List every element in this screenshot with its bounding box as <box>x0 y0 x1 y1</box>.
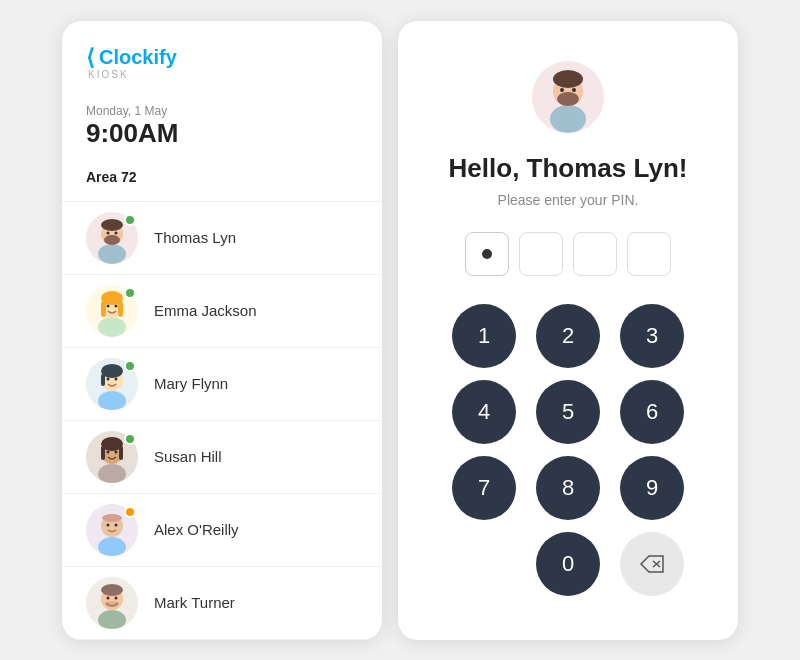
numpad-spacer <box>448 532 512 596</box>
avatar-wrap <box>86 577 138 629</box>
svg-rect-12 <box>118 301 123 317</box>
svg-point-6 <box>115 231 118 234</box>
logo-kiosk: KIOSK <box>88 69 129 80</box>
backspace-icon <box>640 555 664 573</box>
pin-box-3 <box>573 232 617 276</box>
numpad-2[interactable]: 2 <box>536 304 600 368</box>
svg-point-3 <box>104 235 120 245</box>
avatar-wrap <box>86 212 138 264</box>
user-name: Alex O'Reilly <box>154 521 239 538</box>
hello-title: Hello, Thomas Lyn! <box>449 153 688 184</box>
logo-icon: ⟨ <box>86 45 95 71</box>
svg-point-21 <box>115 377 118 380</box>
pin-entry-panel: Hello, Thomas Lyn! Please enter your PIN… <box>398 21 738 640</box>
user-item[interactable]: Mary Flynn <box>62 348 382 421</box>
svg-rect-19 <box>101 374 105 386</box>
svg-point-40 <box>107 596 110 599</box>
selected-avatar-svg <box>532 61 604 133</box>
numpad-5[interactable]: 5 <box>536 380 600 444</box>
avatar-wrap <box>86 504 138 556</box>
time-label: 9:00AM <box>86 118 178 148</box>
svg-point-8 <box>98 317 126 337</box>
avatar-wrap <box>86 431 138 483</box>
svg-point-14 <box>115 304 118 307</box>
user-list: Thomas Lyn <box>62 202 382 640</box>
status-dot <box>124 506 136 518</box>
pin-dot <box>482 249 492 259</box>
avatar <box>86 577 138 629</box>
svg-point-20 <box>107 377 110 380</box>
user-name: Mark Turner <box>154 594 235 611</box>
status-dot <box>124 433 136 445</box>
area-label: Area 72 <box>62 161 382 201</box>
svg-point-47 <box>553 70 583 88</box>
user-name: Emma Jackson <box>154 302 257 319</box>
svg-point-13 <box>107 304 110 307</box>
user-item[interactable]: Mark Turner <box>62 567 382 640</box>
numpad-6[interactable]: 6 <box>620 380 684 444</box>
user-name: Mary Flynn <box>154 375 228 392</box>
svg-point-35 <box>115 523 118 526</box>
status-dot <box>124 287 136 299</box>
numpad-0[interactable]: 0 <box>536 532 600 596</box>
status-dot <box>124 360 136 372</box>
avatar-wrap <box>86 358 138 410</box>
svg-point-33 <box>102 514 122 522</box>
pin-box-1 <box>465 232 509 276</box>
svg-point-48 <box>560 88 564 92</box>
user-name: Susan Hill <box>154 448 222 465</box>
svg-point-29 <box>115 450 118 453</box>
status-dot <box>124 214 136 226</box>
selected-user-avatar <box>532 61 604 133</box>
avatar-wrap <box>86 285 138 337</box>
svg-point-39 <box>101 584 123 596</box>
svg-rect-27 <box>119 446 123 460</box>
logo-area: ⟨ Clockify KIOSK <box>62 21 382 92</box>
svg-rect-11 <box>101 301 106 317</box>
pin-box-2 <box>519 232 563 276</box>
svg-point-4 <box>101 219 123 231</box>
svg-point-28 <box>107 450 110 453</box>
numpad-9[interactable]: 9 <box>620 456 684 520</box>
svg-point-34 <box>107 523 110 526</box>
svg-point-49 <box>572 88 576 92</box>
user-name: Thomas Lyn <box>154 229 236 246</box>
numpad-3[interactable]: 3 <box>620 304 684 368</box>
svg-point-1 <box>98 244 126 264</box>
user-item[interactable]: Emma Jackson <box>62 275 382 348</box>
numpad-8[interactable]: 8 <box>536 456 600 520</box>
svg-point-41 <box>115 596 118 599</box>
svg-point-42 <box>106 601 118 607</box>
avatar-svg <box>86 577 138 629</box>
pin-box-4 <box>627 232 671 276</box>
numpad-4[interactable]: 4 <box>452 380 516 444</box>
user-item[interactable]: Alex O'Reilly <box>62 494 382 567</box>
numpad-backspace[interactable] <box>620 532 684 596</box>
numpad-1[interactable]: 1 <box>452 304 516 368</box>
user-list-panel: ⟨ Clockify KIOSK Monday, 1 May 9:00AM Ar… <box>62 21 382 640</box>
svg-rect-26 <box>101 446 105 460</box>
numpad: 1 2 3 4 5 6 7 8 9 0 <box>448 304 688 596</box>
svg-point-46 <box>557 92 579 106</box>
numpad-7[interactable]: 7 <box>452 456 516 520</box>
logo-text: Clockify <box>99 46 177 69</box>
logo: ⟨ Clockify <box>86 45 177 71</box>
pin-boxes <box>465 232 671 276</box>
user-item[interactable]: Thomas Lyn <box>62 202 382 275</box>
user-item[interactable]: Susan Hill <box>62 421 382 494</box>
svg-point-5 <box>107 231 110 234</box>
date-time-area: Monday, 1 May 9:00AM <box>62 92 382 161</box>
pin-prompt: Please enter your PIN. <box>498 192 639 208</box>
date-label: Monday, 1 May <box>86 104 358 118</box>
svg-point-44 <box>550 105 586 133</box>
